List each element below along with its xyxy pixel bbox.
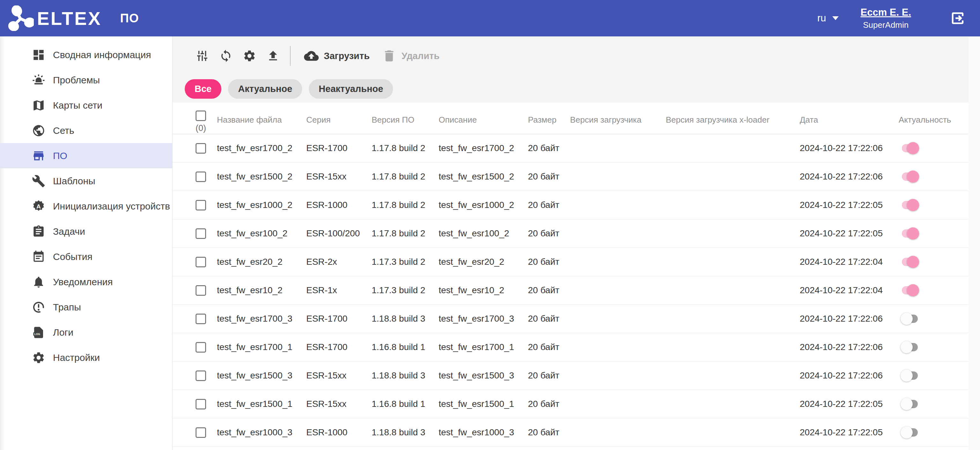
cell-date: 2024-10-22 17:22:06 (793, 134, 892, 162)
actuality-toggle[interactable] (902, 201, 918, 209)
actuality-toggle[interactable] (902, 172, 918, 181)
row-checkbox[interactable] (196, 370, 206, 381)
row-checkbox[interactable] (196, 314, 206, 324)
sidebar-item-label: Логи (53, 327, 73, 338)
row-checkbox[interactable] (196, 143, 206, 154)
filter-columns-button[interactable] (196, 49, 209, 62)
delete-firmware-button[interactable]: Удалить (382, 49, 440, 63)
cell-series: ESR-1x (300, 276, 365, 304)
row-checkbox[interactable] (196, 171, 206, 182)
cell-xloader (659, 134, 793, 162)
export-button[interactable] (266, 49, 280, 62)
toggle-knob (900, 398, 913, 410)
row-checkbox[interactable] (196, 257, 206, 267)
row-checkbox[interactable] (196, 228, 206, 239)
filter-chip-all[interactable]: Все (185, 79, 221, 99)
sidebar-item-icon (32, 124, 45, 137)
sidebar-item-traps[interactable]: Трапы (0, 294, 172, 320)
sidebar-item-icon (32, 149, 45, 163)
table-header-select: (0) (173, 102, 210, 134)
cell-version: 1.17.8 build 2 (365, 134, 432, 162)
filter-chip-label: Все (195, 84, 212, 94)
cell-size: 20 байт (522, 134, 564, 162)
table-row: test_fw_esr100_2 ESR-100/200 1.17.8 buil… (173, 219, 969, 248)
cell-description: test_fw_esr10_2 (432, 276, 522, 304)
sidebar-item-network-maps[interactable]: Карты сети (0, 93, 172, 118)
column-filter-icon (196, 49, 209, 62)
cell-bootloader (564, 134, 659, 162)
language-selector[interactable]: ru (817, 13, 839, 24)
cell-xloader (659, 248, 793, 276)
brand-text: ELTEX (37, 8, 102, 29)
cell-date: 2024-10-22 17:22:04 (793, 276, 892, 304)
toggle-knob (907, 256, 919, 268)
column-header-description: Описание (432, 102, 522, 134)
filter-chip-inactive[interactable]: Неактуальное (309, 79, 393, 99)
sidebar-item-logs[interactable]: Логи (0, 320, 172, 345)
filter-chip-actual[interactable]: Актуальное (228, 79, 302, 99)
sidebar-item-icon (32, 73, 45, 87)
table-row: test_fw_esr1700_3 ESR-1700 1.18.8 build … (173, 305, 969, 333)
cell-size: 20 байт (522, 362, 564, 389)
row-checkbox[interactable] (196, 285, 206, 296)
cell-bootloader (564, 191, 659, 219)
table-row: test_fw_esr1500_2 ESR-15xx 1.17.8 build … (173, 163, 969, 191)
sidebar-item-network[interactable]: Сеть (0, 118, 172, 143)
row-checkbox[interactable] (196, 342, 206, 353)
language-value: ru (817, 13, 826, 24)
actuality-toggle[interactable] (902, 428, 918, 437)
sidebar-item-label: Трапы (53, 302, 81, 313)
logout-icon (950, 10, 966, 27)
cell-version: 1.18.8 build 3 (365, 305, 432, 333)
cloud-upload-icon (304, 49, 319, 63)
sidebar-item-icon (32, 225, 45, 238)
row-checkbox[interactable] (196, 200, 206, 211)
page-title: ПО (120, 11, 139, 25)
row-checkbox[interactable] (196, 399, 206, 409)
cell-version: 1.18.8 build 3 (365, 418, 432, 447)
actuality-toggle[interactable] (902, 343, 918, 351)
actuality-toggle[interactable] (902, 372, 918, 380)
logout-button[interactable] (950, 10, 966, 27)
cell-series: ESR-1700 (300, 333, 365, 361)
sidebar-item-settings[interactable]: Настройки (0, 345, 172, 370)
toggle-knob (900, 313, 913, 325)
actuality-toggle[interactable] (902, 229, 918, 238)
cell-file-name: test_fw_esr1500_3 (210, 362, 300, 389)
sidebar-item-notifications[interactable]: Уведомления (0, 269, 172, 294)
cell-series: ESR-15xx (300, 163, 365, 191)
table-row: test_fw_esr1000_3 ESR-1000 1.18.8 build … (173, 418, 969, 447)
cell-bootloader (564, 276, 659, 304)
user-menu[interactable]: Eccm E. E. SuperAdmin (861, 7, 911, 30)
scrollbar-gutter[interactable] (969, 37, 980, 450)
toggle-knob (907, 142, 919, 154)
cell-description: test_fw_esr1000_2 (432, 191, 522, 219)
sidebar-item-software[interactable]: ПО (0, 143, 172, 168)
cell-xloader (659, 276, 793, 304)
sidebar-item-events[interactable]: События (0, 244, 172, 269)
actuality-toggle[interactable] (902, 400, 918, 408)
actuality-toggle[interactable] (902, 258, 918, 266)
app-header: ELTEX ПО ru Eccm E. E. SuperAdmin (0, 0, 980, 37)
table-header-row: (0) Название файла Серия Версия ПО Описа… (173, 102, 969, 134)
gear-icon (243, 49, 256, 62)
refresh-button[interactable] (219, 49, 232, 62)
select-all-checkbox[interactable] (196, 110, 206, 121)
actuality-toggle[interactable] (902, 144, 918, 152)
sidebar-item-device-init[interactable]: Инициализация устройств (0, 193, 172, 219)
table-settings-button[interactable] (243, 49, 256, 62)
sidebar-item-problems[interactable]: Проблемы (0, 67, 172, 93)
actuality-toggle[interactable] (902, 286, 918, 294)
sidebar-item-label: ПО (53, 150, 67, 161)
row-checkbox[interactable] (196, 427, 206, 438)
user-name-link[interactable]: Eccm E. E. (861, 7, 911, 18)
cell-date: 2024-10-22 17:22:06 (793, 333, 892, 361)
sidebar-item-summary[interactable]: Сводная информация (0, 42, 172, 67)
upload-firmware-button[interactable]: Загрузить (304, 49, 370, 63)
cell-date: 2024-10-22 17:22:06 (793, 163, 892, 191)
sidebar-item-templates[interactable]: Шаблоны (0, 168, 172, 193)
sidebar-item-label: Настройки (53, 352, 100, 363)
sidebar-item-tasks[interactable]: Задачи (0, 219, 172, 244)
actuality-toggle[interactable] (902, 314, 918, 323)
cell-file-name: test_fw_esr1000_2 (210, 191, 300, 219)
